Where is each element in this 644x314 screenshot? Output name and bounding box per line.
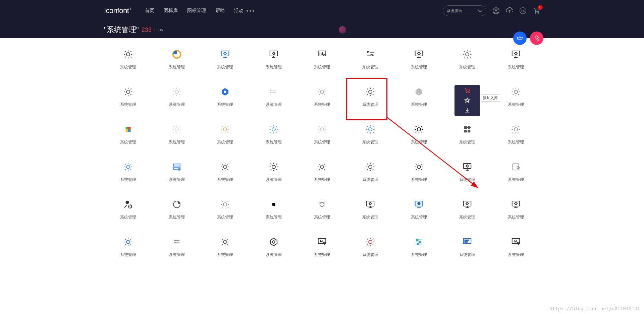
favorite-icon[interactable] <box>464 97 471 104</box>
search-input[interactable]: 系统管理 <box>443 5 486 16</box>
icon-item[interactable]: 系统管理 <box>249 48 298 76</box>
nav-item-4[interactable]: 活动 <box>234 8 244 14</box>
svg-point-3 <box>495 9 497 11</box>
icon-item[interactable]: 系统管理 <box>298 123 346 151</box>
icon-item[interactable]: 系统管理 <box>152 48 201 76</box>
icon-item[interactable]: 系统管理 <box>201 236 249 263</box>
icon-item[interactable]: 系统管理 <box>395 198 443 226</box>
icon-item[interactable]: 系统管理 <box>492 236 540 263</box>
icon-item[interactable]: 系统管理 <box>443 198 491 226</box>
svg-rect-111 <box>318 239 326 244</box>
icon-item[interactable]: 系统管理 <box>152 198 201 226</box>
nav-item-0[interactable]: 首页 <box>145 8 154 14</box>
icon-item[interactable]: 系统管理 <box>443 48 491 76</box>
icon-item[interactable]: 系统管理 <box>346 48 394 76</box>
icon-graphic <box>219 161 231 173</box>
icon-item[interactable]: 系统管理 <box>152 123 201 151</box>
icon-item[interactable]: 系统管理 <box>346 236 394 263</box>
icon-item[interactable]: 系统管理 <box>298 86 346 113</box>
svg-point-68 <box>320 165 324 169</box>
svg-point-13 <box>224 52 226 54</box>
icon-item[interactable]: 系统管理 <box>298 48 346 76</box>
icon-item[interactable]: 系统管理 <box>249 161 298 188</box>
icon-item[interactable]: 系统管理 <box>395 48 443 76</box>
icon-item[interactable]: 系统管理 <box>395 86 443 113</box>
more-menu-icon[interactable]: ••• <box>246 7 255 15</box>
icon-item[interactable]: 系统管理 <box>443 161 491 188</box>
icon-item[interactable]: 系统管理 <box>395 236 443 263</box>
icon-item[interactable]: 系统管理 <box>443 123 491 151</box>
cart-icon[interactable]: 0 <box>533 7 540 14</box>
icon-item[interactable]: 系统管理 <box>492 161 540 188</box>
icon-item[interactable]: 系统管理 <box>152 86 201 113</box>
svg-rect-58 <box>467 126 471 130</box>
icon-item[interactable]: 系统管理 <box>104 236 152 263</box>
upload-icon[interactable] <box>506 7 513 14</box>
svg-rect-18 <box>318 51 326 56</box>
icon-item[interactable]: 系统管理 <box>104 161 152 188</box>
icon-item[interactable]: 系统管理 <box>298 236 346 263</box>
icon-item[interactable]: 添加入库 <box>443 86 491 113</box>
add-to-cart-icon[interactable] <box>464 87 471 94</box>
icon-item[interactable]: 系统管理 <box>104 48 152 76</box>
icon-item[interactable]: 系统管理 <box>249 123 298 151</box>
icon-item[interactable]: 系统管理 <box>104 86 152 113</box>
color-filter-button[interactable] <box>530 32 543 45</box>
svg-point-43 <box>369 90 372 93</box>
icon-item[interactable]: 系统管理 <box>201 198 249 226</box>
nav-item-1[interactable]: 图标库 <box>164 8 178 14</box>
icon-label: 系统管理 <box>508 214 524 220</box>
icon-graphic <box>122 161 134 173</box>
svg-point-29 <box>466 53 469 56</box>
crown-filter-button[interactable] <box>513 32 527 45</box>
icon-item[interactable]: 系统管理 <box>104 198 152 226</box>
icon-item[interactable]: 系统管理 <box>346 123 394 151</box>
icon-item[interactable]: 系统管理 <box>201 48 249 76</box>
nav-item-3[interactable]: 帮助 <box>215 8 225 14</box>
icon-graphic <box>219 123 231 135</box>
nav-item-2[interactable]: 图标管理 <box>187 8 206 14</box>
icon-item[interactable]: 系统管理 <box>152 161 201 188</box>
icon-item[interactable]: 系统管理 <box>249 86 298 113</box>
icon-item[interactable]: 系统管理 <box>104 123 152 151</box>
svg-point-7 <box>538 12 539 13</box>
icon-item[interactable]: 系统管理 <box>249 236 298 263</box>
icon-item[interactable]: 系统管理 <box>492 48 540 76</box>
icon-item[interactable]: 系统管理 <box>492 123 540 151</box>
icon-item[interactable]: 系统管理 <box>152 236 201 263</box>
svg-point-40 <box>270 90 271 90</box>
icon-item[interactable]: 系统管理 <box>395 123 443 151</box>
svg-point-46 <box>421 90 422 91</box>
icon-item[interactable]: 系统管理 <box>201 161 249 188</box>
icon-graphic <box>316 236 328 248</box>
icon-label: 系统管理 <box>120 64 136 70</box>
icon-item[interactable]: 系统管理 <box>346 161 394 188</box>
icon-item[interactable]: 系统管理 <box>201 86 249 113</box>
language-icon[interactable]: En <box>519 7 527 14</box>
svg-point-61 <box>514 128 518 131</box>
icon-item[interactable]: 系统管理 <box>492 198 540 226</box>
icon-item[interactable]: 系统管理 <box>298 161 346 188</box>
icon-label: 系统管理 <box>314 64 330 70</box>
svg-point-103 <box>126 240 130 244</box>
icon-item[interactable]: 系统管理 <box>346 198 394 226</box>
site-logo[interactable]: Iconfont+ <box>104 6 131 15</box>
icon-graphic <box>268 161 280 173</box>
icon-item[interactable]: 4 24" fill="#ffd580" stroke="#f5a623" st… <box>249 198 298 226</box>
icon-graphic <box>316 123 328 135</box>
download-icon[interactable] <box>464 107 471 114</box>
icon-item[interactable]: 系统管理 <box>346 86 394 113</box>
svg-point-22 <box>371 54 373 56</box>
icon-label: 系统管理 <box>169 252 185 258</box>
svg-point-56 <box>417 128 421 131</box>
svg-point-69 <box>369 165 372 169</box>
icon-item[interactable]: 系统管理 <box>395 161 443 188</box>
icon-item[interactable]: 系统管理 <box>201 123 249 151</box>
icon-graphic <box>268 48 280 60</box>
icon-graphic <box>171 48 183 60</box>
icon-item[interactable]: 系统管理 <box>298 198 346 226</box>
svg-point-83 <box>320 202 324 207</box>
user-icon[interactable] <box>492 7 500 14</box>
svg-rect-25 <box>415 51 423 56</box>
icon-item[interactable]: 系统管理 <box>443 236 491 263</box>
